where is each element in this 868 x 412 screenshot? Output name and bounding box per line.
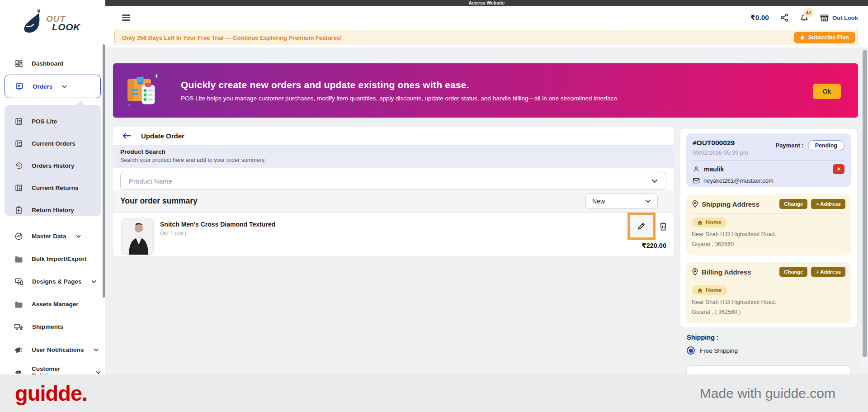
list-icon [14,139,23,148]
billing-address-card: Billing Address Change + Address Home Ne… [686,262,851,323]
back-arrow-icon[interactable] [123,132,131,139]
sidebar: OUT LOOK Dashboard Orders POS Lite [0,6,105,374]
shipping-address-card: Shipping Address Change + Address Home N… [686,194,851,256]
payment-label: Payment : [776,140,804,149]
sidebar-item-label: Current Returns [32,185,79,191]
product-name-placeholder: Product Name [129,177,172,185]
sidebar-item-label: Master Data [32,233,66,240]
chevron-down-icon [645,199,651,203]
product-name-select[interactable]: Product Name [120,172,666,190]
sidebar-item-customer-relations[interactable]: Customer Relations [5,363,101,374]
shipping-address-line2: Gujarat , 362560 [692,241,845,247]
dress-hanger-icon [21,8,49,38]
sidebar-item-label: Assets Manager [32,301,79,308]
list-icon [14,184,23,192]
promo-description: POS Lite helps you manage customer purch… [181,95,619,102]
change-billing-address-button[interactable]: Change [779,267,807,277]
data-globe-icon [14,232,23,241]
notifications-bell[interactable]: 47 [800,13,809,23]
sidebar-item-current-returns[interactable]: Current Returns [5,177,101,199]
edit-item-button[interactable] [627,213,656,240]
menu-icon[interactable] [122,14,130,21]
chevron-down-icon [91,280,96,283]
order-id-card: #OUT000029 09/02/2026 05:39 pm Payment :… [686,133,851,187]
order-status-select[interactable]: New [585,194,658,209]
add-billing-address-button[interactable]: + Address [811,267,845,277]
store-label: Out Look [832,14,858,21]
access-website-bar[interactable]: Access Website [105,0,868,6]
sidebar-item-dashboard[interactable]: Dashboard [5,54,101,72]
location-pin-icon [692,268,698,276]
product-search-title: Product Search [120,148,674,155]
payment-status-badge[interactable]: Pending [808,140,844,151]
sidebar-item-label: Orders [33,83,52,90]
customer-email: neyaket261@mustaer.com [703,177,774,184]
sidebar-item-label: Customer Relations [32,365,86,374]
radio-selected-icon [687,346,695,355]
sidebar-item-orders-history[interactable]: Orders History [5,155,101,177]
shipping-address-line1: Near Shah H.D Highschool Road. [692,231,845,237]
page-scrollbar[interactable] [862,47,868,374]
sidebar-item-designs-pages[interactable]: Designs & Pages [5,272,101,290]
shipping-title: Shipping : [687,334,857,341]
sidebar-item-label: POS Lite [32,118,57,125]
delete-item-button[interactable] [659,222,667,231]
product-search-section: Product Search Search your product here … [113,145,674,168]
customer-name: maulik [704,166,829,173]
address-tag-home[interactable]: Home [692,218,727,227]
add-shipping-address-button[interactable]: + Address [811,199,845,209]
sidebar-scrollbar[interactable] [103,44,105,298]
scrollbar-thumb[interactable] [863,50,867,357]
designs-devices-icon [14,277,24,286]
home-icon [697,220,703,225]
pencil-icon [637,222,646,231]
sidebar-item-master-data[interactable]: Master Data [5,227,101,245]
product-qty: Qty :1 Unit | [160,231,186,236]
sidebar-item-label: Return History [32,207,74,213]
sidebar-item-shipments[interactable]: Shipments [5,317,101,336]
change-shipping-address-button[interactable]: Change [779,199,807,209]
promo-banner: Quickly create new orders and update exi… [113,63,858,118]
trial-message: Only 356 Days Left In Your Free Trial — … [122,34,342,41]
promo-title: Quickly create new orders and update exi… [181,80,619,90]
ok-button[interactable]: Ok [813,84,841,99]
address-tag-home[interactable]: Home [692,285,727,295]
toolbar: ₹0.00 47 Out Look [750,11,858,24]
outlook-logo: OUT LOOK [21,7,89,39]
sidebar-item-label: Dashboard [32,60,64,67]
sidebar-item-bulk-import-export[interactable]: Bulk Import/Export [5,250,101,268]
trial-banner: Only 356 Days Left In Your Free Trial — … [114,30,858,45]
chevron-down-icon [96,371,101,374]
billing-address-title: Billing Address [702,268,751,276]
free-shipping-label: Free Shipping [700,347,738,354]
sidebar-item-current-orders[interactable]: Current Orders [5,133,101,155]
sidebar-item-assets-manager[interactable]: Assets Manager [5,295,101,313]
divider [693,160,844,161]
share-icon[interactable] [780,13,789,22]
billing-address-line1: Near Shah H.D Highschool Road. [692,299,845,305]
access-website-label: Access Website [469,0,505,6]
store-button[interactable]: Out Look [820,14,858,22]
folder-icon [14,255,23,263]
subscribe-plan-button[interactable]: Subscribe Plan [794,32,855,43]
main-content: Quickly create new orders and update exi… [105,47,868,374]
sidebar-item-return-history[interactable]: Return History [5,199,101,221]
balance-amount: ₹0.00 [750,14,769,22]
remove-customer-button[interactable]: ✕ [833,164,844,174]
chevron-down-icon [651,179,658,183]
sidebar-item-pos-lite[interactable]: POS Lite [5,110,101,133]
person-icon [693,166,700,173]
sidebar-item-label: User Notifications [32,346,84,353]
logo-text: OUT LOOK [46,14,80,33]
sidebar-item-user-notifications[interactable]: User Notifications [5,341,101,359]
return-clipboard-icon [14,206,23,214]
order-id: #OUT000029 [693,139,748,147]
free-shipping-option[interactable]: Free Shipping [687,346,857,355]
order-details-panel: #OUT000029 09/02/2026 05:39 pm Payment :… [680,129,857,327]
sidebar-item-orders[interactable]: Orders [5,75,101,98]
chevron-down-icon [94,348,99,351]
partial-panel-box [686,365,851,374]
sidebar-item-label: Orders History [32,162,75,169]
topbar: ₹0.00 47 Out Look Only 356 Days Left In … [105,6,868,47]
handshake-icon [14,368,23,375]
